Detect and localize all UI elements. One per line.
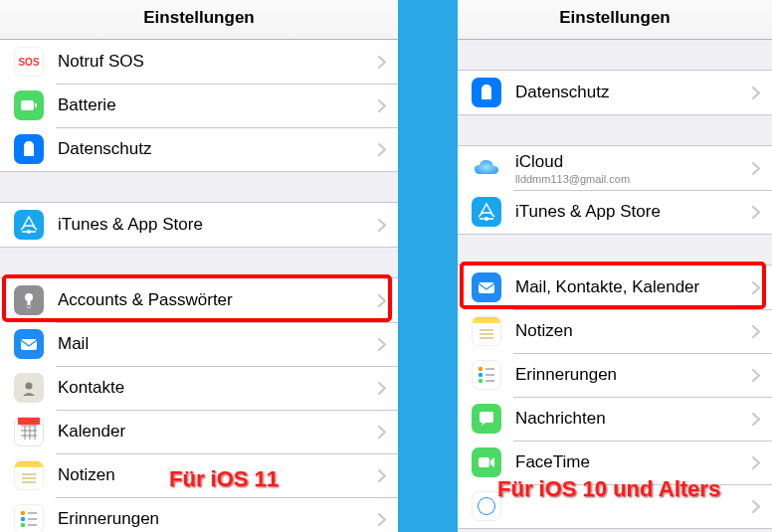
groups-left: SOSNotruf SOSBatterieDatenschutziTunes &… xyxy=(0,40,398,532)
svg-point-32 xyxy=(479,379,482,383)
row-label: Accounts & Passwörter xyxy=(58,290,378,310)
chevron-right-icon xyxy=(752,206,760,219)
svg-rect-36 xyxy=(479,457,489,467)
chevron-right-icon xyxy=(378,382,386,395)
svg-rect-1 xyxy=(21,100,34,110)
row-label: Datenschutz xyxy=(515,83,752,102)
facetime-icon xyxy=(472,447,501,477)
row-reminders[interactable]: Erinnerungen xyxy=(0,497,398,532)
svg-point-19 xyxy=(21,511,25,515)
chevron-right-icon xyxy=(752,162,760,175)
battery-icon xyxy=(14,90,44,120)
row-calendar[interactable]: Kalender xyxy=(0,410,398,453)
mail-icon xyxy=(14,329,44,359)
chevron-right-icon xyxy=(378,426,386,439)
row-privacy[interactable]: Datenschutz xyxy=(0,127,398,171)
chevron-right-icon xyxy=(378,219,386,232)
row-label: Erinnerungen xyxy=(58,509,378,529)
svg-rect-26 xyxy=(479,282,494,293)
svg-point-6 xyxy=(28,305,31,308)
row-sublabel: llddmm113@gmail.com xyxy=(515,173,752,185)
row-messages[interactable]: Nachrichten xyxy=(458,397,772,441)
notes-icon xyxy=(14,460,44,490)
groups-right: DatenschutziCloudllddmm113@gmail.comiTun… xyxy=(458,70,772,529)
chevron-right-icon xyxy=(378,294,386,307)
row-contacts[interactable]: Kontakte xyxy=(0,366,398,410)
row-label: Batterie xyxy=(58,95,378,115)
row-icloud[interactable]: iCloudllddmm113@gmail.com xyxy=(458,146,772,190)
svg-point-8 xyxy=(26,383,33,390)
row-itunes-appstore-r[interactable]: iTunes & App Store xyxy=(458,190,772,234)
svg-point-21 xyxy=(21,523,25,527)
row-label: Notizen xyxy=(515,321,752,341)
row-label: Mail xyxy=(58,334,378,354)
caption-right: Für iOS 10 und Alters xyxy=(497,476,720,502)
chevron-right-icon xyxy=(378,143,386,156)
svg-rect-7 xyxy=(21,339,37,350)
row-mail-kontakte-kalender[interactable]: Mail, Kontakte, Kalender xyxy=(458,266,772,309)
row-label: Kontakte xyxy=(58,378,378,398)
row-label: Nachrichten xyxy=(515,409,752,429)
row-label: iTunes & App Store xyxy=(58,215,378,235)
itunes-icon xyxy=(14,210,44,240)
svg-rect-9 xyxy=(18,418,40,425)
header-title-left: Einstellungen xyxy=(0,0,398,40)
chevron-right-icon xyxy=(752,413,760,426)
row-label: iTunes & App Store xyxy=(515,202,752,222)
svg-text:SOS: SOS xyxy=(18,57,39,68)
privacy-icon xyxy=(14,134,44,164)
row-accounts-passwords[interactable]: Accounts & Passwörter xyxy=(0,278,398,322)
row-label: Kalender xyxy=(58,422,378,442)
row-label: Datenschutz xyxy=(58,139,378,159)
row-label: Notruf SOS xyxy=(58,52,378,72)
row-reminders-r[interactable]: Erinnerungen xyxy=(458,353,772,397)
chevron-right-icon xyxy=(752,325,760,338)
chevron-right-icon xyxy=(378,56,386,69)
chevron-right-icon xyxy=(752,456,760,469)
chevron-right-icon xyxy=(378,469,386,482)
reminders-icon xyxy=(14,504,44,532)
row-battery[interactable]: Batterie xyxy=(0,84,398,127)
svg-point-3 xyxy=(27,230,31,234)
chevron-right-icon xyxy=(752,369,760,382)
mail-icon xyxy=(472,272,501,302)
contacts-icon xyxy=(14,373,44,403)
chevron-right-icon xyxy=(752,500,760,513)
sos-icon: SOS xyxy=(14,47,44,77)
svg-point-31 xyxy=(479,373,482,377)
row-notes-r[interactable]: Notizen xyxy=(458,309,772,353)
chevron-right-icon xyxy=(378,513,386,526)
chevron-right-icon xyxy=(752,281,760,294)
caption-left: Für iOS 11 xyxy=(169,466,279,492)
icloud-icon xyxy=(472,153,501,183)
svg-point-25 xyxy=(484,217,488,221)
row-label: Mail, Kontakte, Kalender xyxy=(515,277,752,297)
row-sos[interactable]: SOSNotruf SOS xyxy=(0,40,398,84)
settings-panel-ios11: Einstellungen SOSNotruf SOSBatterieDaten… xyxy=(0,0,398,532)
row-itunes-appstore[interactable]: iTunes & App Store xyxy=(0,203,398,247)
svg-point-4 xyxy=(25,293,33,301)
row-label: iCloud xyxy=(515,152,752,172)
row-mail[interactable]: Mail xyxy=(0,322,398,366)
chevron-right-icon xyxy=(378,338,386,351)
svg-point-20 xyxy=(21,517,25,521)
notes-icon xyxy=(472,316,501,346)
row-label: FaceTime xyxy=(515,452,752,472)
itunes-icon xyxy=(472,197,501,227)
accounts-icon xyxy=(14,285,44,315)
header-title-right: Einstellungen xyxy=(458,0,772,40)
privacy-icon xyxy=(472,78,501,107)
svg-rect-2 xyxy=(35,103,37,107)
messages-icon xyxy=(472,404,501,434)
settings-panel-ios10: Einstellungen DatenschutziCloudllddmm113… xyxy=(458,0,772,532)
chevron-right-icon xyxy=(752,87,760,99)
chevron-right-icon xyxy=(378,99,386,112)
panel-divider xyxy=(398,0,458,532)
row-privacy-r[interactable]: Datenschutz xyxy=(458,71,772,114)
calendar-icon xyxy=(14,417,44,446)
row-label: Erinnerungen xyxy=(515,365,752,385)
svg-point-30 xyxy=(479,367,482,371)
reminders-icon xyxy=(472,360,501,390)
